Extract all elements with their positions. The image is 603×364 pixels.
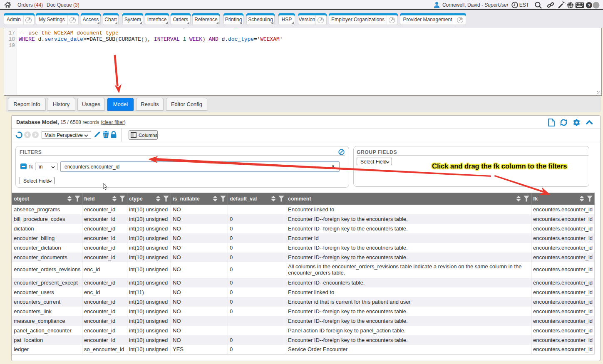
svg-text:?: ?: [588, 2, 591, 7]
